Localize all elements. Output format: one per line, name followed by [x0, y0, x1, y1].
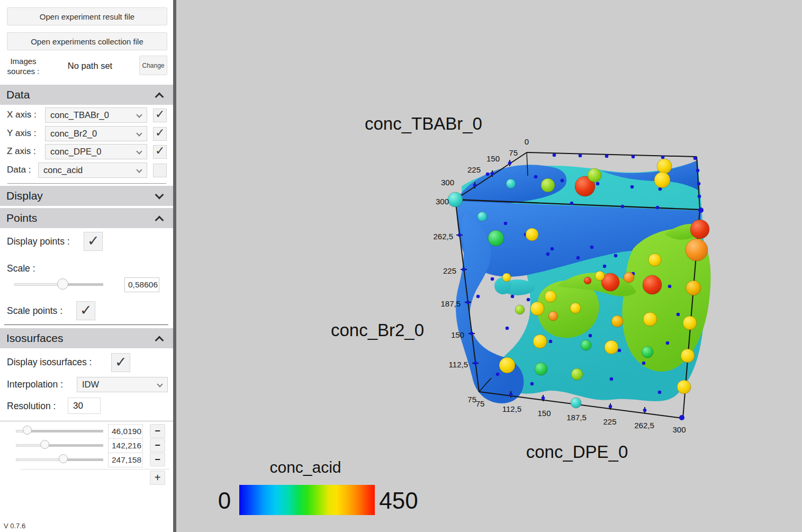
- data-point-sphere[interactable]: [506, 179, 516, 188]
- data-point-sphere[interactable]: [545, 291, 556, 302]
- data-point-sphere[interactable]: [533, 335, 547, 348]
- data-point-sphere[interactable]: [530, 302, 544, 315]
- chevron-down-icon: [136, 148, 142, 154]
- checkmark-icon: ✓: [80, 302, 92, 319]
- data-point-sphere[interactable]: [595, 271, 605, 281]
- small-data-dot: [605, 155, 609, 158]
- open-result-file-button[interactable]: Open experiment result file: [7, 7, 167, 25]
- data-point-sphere[interactable]: [581, 340, 591, 350]
- data-point-sphere[interactable]: [488, 230, 504, 246]
- data-point-sphere[interactable]: [648, 254, 661, 266]
- small-data-dot: [589, 334, 592, 338]
- data-point-sphere[interactable]: [570, 303, 581, 313]
- point-scale-slider-handle[interactable]: [57, 278, 68, 290]
- data-point-sphere[interactable]: [515, 305, 525, 314]
- resolution-input[interactable]: [68, 398, 101, 414]
- isosurface-level-slider-3[interactable]: [16, 454, 103, 465]
- data-point-sphere[interactable]: [448, 192, 463, 207]
- point-scale-slider[interactable]: [14, 278, 103, 290]
- z-axis-value: conc_DPE_0: [50, 147, 101, 157]
- interpolation-select[interactable]: IDW: [77, 377, 168, 392]
- data-point-sphere[interactable]: [571, 368, 583, 380]
- data-point-sphere[interactable]: [677, 380, 691, 394]
- data-point-sphere[interactable]: [541, 178, 555, 192]
- y-axis-checkbox[interactable]: ✓: [153, 127, 167, 141]
- separator: [7, 183, 166, 184]
- data-point-sphere[interactable]: [526, 228, 538, 241]
- isosurface-level-slider-handle[interactable]: [59, 454, 68, 463]
- y-axis-select[interactable]: conc_Br2_0: [45, 126, 147, 141]
- data-point-sphere[interactable]: [584, 277, 591, 284]
- change-path-button[interactable]: Change: [139, 56, 167, 75]
- point-scale-value[interactable]: 0,58606: [124, 277, 159, 292]
- x-axis-select[interactable]: conc_TBABr_0: [45, 107, 147, 123]
- section-header-data[interactable]: Data: [0, 85, 173, 105]
- data-point-sphere[interactable]: [643, 275, 662, 294]
- chevron-down-icon: [157, 381, 163, 387]
- isosurface-level-slider-2[interactable]: [16, 439, 103, 451]
- data-point-sphere[interactable]: [654, 172, 670, 188]
- sidebar-divider[interactable]: [173, 0, 176, 532]
- data-point-sphere[interactable]: [657, 159, 672, 174]
- isosurface-level-slider-1[interactable]: [16, 425, 103, 437]
- data-point-sphere[interactable]: [683, 316, 697, 330]
- data-point-sphere[interactable]: [642, 346, 653, 358]
- small-data-dot: [570, 202, 574, 205]
- colorbar-legend: conc_acid 0 450: [218, 458, 418, 515]
- section-header-points[interactable]: Points: [0, 208, 173, 228]
- section-header-display[interactable]: Display: [0, 186, 173, 206]
- scale-points-checkbox[interactable]: ✓: [76, 301, 95, 320]
- data-point-sphere[interactable]: [611, 315, 623, 327]
- data-point-sphere[interactable]: [477, 212, 487, 221]
- small-data-dot: [693, 157, 697, 160]
- data-point-sphere[interactable]: [588, 168, 601, 182]
- small-data-dot: [561, 179, 564, 183]
- small-data-dot: [546, 253, 550, 256]
- chevron-up-icon: [155, 93, 164, 102]
- display-isosurfaces-checkbox[interactable]: ✓: [111, 353, 130, 372]
- data-point-sphere[interactable]: [681, 349, 695, 363]
- small-data-dot: [630, 185, 634, 189]
- data-point-sphere[interactable]: [605, 340, 618, 354]
- data-point-sphere[interactable]: [502, 273, 511, 282]
- display-points-checkbox[interactable]: ✓: [84, 232, 103, 251]
- data-point-sphere[interactable]: [571, 398, 581, 408]
- x-axis-label: X axis :: [7, 110, 37, 120]
- small-data-dot: [486, 173, 490, 176]
- section-title: Display: [6, 190, 43, 202]
- chevron-up-icon: [155, 216, 164, 225]
- data-point-sphere[interactable]: [535, 363, 547, 375]
- z-tick-label: 225: [603, 417, 616, 426]
- x-axis-checkbox[interactable]: ✓: [153, 109, 167, 122]
- add-isosurface-button[interactable]: +: [150, 471, 165, 485]
- data-point-sphere[interactable]: [686, 239, 708, 261]
- open-collection-file-button[interactable]: Open experiments collection file: [7, 32, 167, 50]
- data-point-sphere[interactable]: [548, 311, 558, 321]
- data-point-sphere[interactable]: [499, 357, 515, 373]
- remove-isosurface-button[interactable]: −: [150, 453, 165, 466]
- slider-track-filled: [45, 444, 103, 447]
- isosurface-level-slider-handle[interactable]: [23, 426, 32, 435]
- remove-isosurface-button[interactable]: −: [150, 438, 165, 452]
- isosurface-level-value-2[interactable]: 142,216: [108, 438, 143, 453]
- z-axis-row: Z axis : conc_DPE_0 ✓: [0, 144, 173, 160]
- data-field-select[interactable]: conc_acid: [38, 163, 147, 178]
- data-point-sphere[interactable]: [686, 281, 701, 295]
- remove-isosurface-button[interactable]: −: [150, 424, 165, 438]
- z-axis-select[interactable]: conc_DPE_0: [45, 144, 147, 159]
- data-point-sphere[interactable]: [690, 220, 709, 239]
- data-point-sphere[interactable]: [643, 312, 657, 326]
- isosurface-level-slider-handle[interactable]: [40, 440, 49, 449]
- small-data-dot: [696, 169, 700, 173]
- isosurface-level-value-3[interactable]: 247,158: [108, 453, 143, 467]
- checkmark-icon: ✓: [115, 354, 127, 371]
- data-field-checkbox[interactable]: [153, 164, 167, 177]
- small-data-dot: [642, 362, 646, 365]
- z-axis-checkbox[interactable]: ✓: [153, 145, 167, 159]
- y-axis-title: conc_Br2_0: [331, 320, 424, 340]
- x-tick-label: 225: [467, 165, 481, 174]
- x-tick-label: 150: [486, 154, 500, 163]
- section-header-isosurfaces[interactable]: Isosurfaces: [0, 328, 173, 348]
- data-point-sphere[interactable]: [624, 272, 634, 283]
- isosurface-level-value-1[interactable]: 46,0190: [108, 424, 143, 439]
